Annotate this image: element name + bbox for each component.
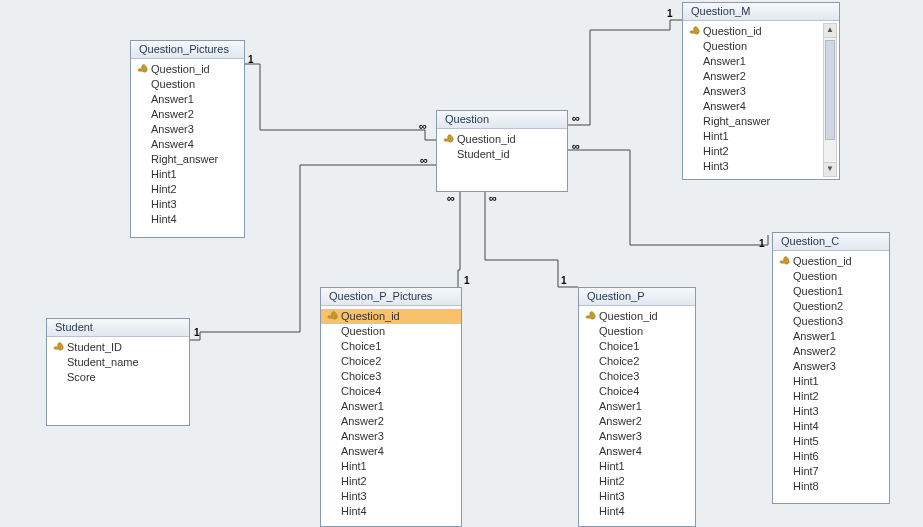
field-row[interactable]: Question_id bbox=[437, 132, 567, 147]
field-row[interactable]: Answer3 bbox=[579, 429, 695, 444]
field-row[interactable]: Student_id bbox=[437, 147, 567, 162]
field-name: Answer4 bbox=[703, 99, 818, 114]
field-row[interactable]: Hint1 bbox=[773, 374, 889, 389]
field-row[interactable]: Hint2 bbox=[683, 144, 824, 159]
field-row[interactable]: Hint1 bbox=[579, 459, 695, 474]
field-row[interactable]: Answer2 bbox=[321, 414, 461, 429]
field-row[interactable]: Answer1 bbox=[773, 329, 889, 344]
field-row[interactable]: Hint2 bbox=[321, 474, 461, 489]
field-row[interactable]: Answer3 bbox=[131, 122, 244, 137]
field-row[interactable]: Choice4 bbox=[321, 384, 461, 399]
field-row[interactable]: Question1 bbox=[773, 284, 889, 299]
scroll-up-icon[interactable]: ▲ bbox=[824, 24, 836, 38]
field-row[interactable]: Answer3 bbox=[321, 429, 461, 444]
scrollbar[interactable]: ▲ ▼ bbox=[823, 23, 837, 177]
field-row[interactable]: Hint6 bbox=[773, 449, 889, 464]
field-row[interactable]: Hint5 bbox=[773, 434, 889, 449]
field-row[interactable]: Question bbox=[683, 39, 824, 54]
field-row[interactable]: Question3 bbox=[773, 314, 889, 329]
field-name: Hint4 bbox=[151, 212, 238, 227]
table-title[interactable]: Question bbox=[437, 111, 567, 129]
field-row[interactable]: Answer4 bbox=[683, 99, 824, 114]
field-row[interactable]: Choice4 bbox=[579, 384, 695, 399]
key-icon bbox=[584, 309, 598, 323]
field-row[interactable]: Question_id bbox=[321, 309, 461, 324]
field-row[interactable]: Answer3 bbox=[773, 359, 889, 374]
table-title[interactable]: Student bbox=[47, 319, 189, 337]
table-student[interactable]: Student Student_IDStudent_nameScore bbox=[46, 318, 190, 426]
field-row[interactable]: Answer4 bbox=[321, 444, 461, 459]
field-row[interactable]: Question_id bbox=[773, 254, 889, 269]
scroll-thumb[interactable] bbox=[825, 40, 835, 140]
field-row[interactable]: Hint2 bbox=[773, 389, 889, 404]
field-row[interactable]: Right_answer bbox=[683, 114, 824, 129]
field-row[interactable]: Hint7 bbox=[773, 464, 889, 479]
field-row[interactable]: Hint2 bbox=[579, 474, 695, 489]
field-row[interactable]: Choice1 bbox=[321, 339, 461, 354]
field-row[interactable]: Answer1 bbox=[321, 399, 461, 414]
field-row[interactable]: Answer3 bbox=[683, 84, 824, 99]
field-row[interactable]: Question_id bbox=[131, 62, 244, 77]
field-name: Hint2 bbox=[703, 144, 818, 159]
table-question[interactable]: Question Question_idStudent_id bbox=[436, 110, 568, 192]
table-question-c[interactable]: Question_C Question_idQuestionQuestion1Q… bbox=[772, 232, 890, 504]
field-name: Hint3 bbox=[151, 197, 238, 212]
table-question-p-pictures[interactable]: Question_P_Pictures Question_idQuestionC… bbox=[320, 287, 462, 527]
field-row[interactable]: Hint3 bbox=[579, 489, 695, 504]
scroll-down-icon[interactable]: ▼ bbox=[824, 162, 836, 176]
field-row[interactable]: Question bbox=[131, 77, 244, 92]
table-title[interactable]: Question_P bbox=[579, 288, 695, 306]
field-row[interactable]: Hint1 bbox=[321, 459, 461, 474]
field-row[interactable]: Choice2 bbox=[579, 354, 695, 369]
field-name: Right_answer bbox=[703, 114, 818, 129]
table-title[interactable]: Question_Pictures bbox=[131, 41, 244, 59]
field-row[interactable]: Choice3 bbox=[579, 369, 695, 384]
field-row[interactable]: Answer2 bbox=[683, 69, 824, 84]
field-row[interactable]: Right_answer bbox=[131, 152, 244, 167]
field-row[interactable]: Choice2 bbox=[321, 354, 461, 369]
field-row[interactable]: Choice1 bbox=[579, 339, 695, 354]
field-row[interactable]: Question bbox=[773, 269, 889, 284]
rel-label-one: 1 bbox=[667, 8, 673, 19]
field-row[interactable]: Answer2 bbox=[579, 414, 695, 429]
field-row[interactable]: Answer4 bbox=[131, 137, 244, 152]
field-row[interactable]: Student_ID bbox=[47, 340, 189, 355]
field-row[interactable]: Student_name bbox=[47, 355, 189, 370]
field-row[interactable]: Hint3 bbox=[683, 159, 824, 174]
field-row[interactable]: Question_id bbox=[683, 24, 824, 39]
field-row[interactable]: Question bbox=[579, 324, 695, 339]
field-row[interactable]: Answer1 bbox=[683, 54, 824, 69]
table-question-p[interactable]: Question_P Question_idQuestionChoice1Cho… bbox=[578, 287, 696, 527]
field-row[interactable]: Hint4 bbox=[321, 504, 461, 519]
field-row[interactable]: Hint1 bbox=[683, 129, 824, 144]
table-title[interactable]: Question_C bbox=[773, 233, 889, 251]
field-row[interactable]: Hint1 bbox=[131, 167, 244, 182]
field-row[interactable]: Hint4 bbox=[579, 504, 695, 519]
table-question-pictures[interactable]: Question_Pictures Question_idQuestionAns… bbox=[130, 40, 245, 238]
field-name: Hint4 bbox=[599, 504, 689, 519]
pk-indicator bbox=[135, 65, 151, 75]
field-row[interactable]: Hint8 bbox=[773, 479, 889, 494]
field-row[interactable]: Answer1 bbox=[131, 92, 244, 107]
field-row[interactable]: Hint2 bbox=[131, 182, 244, 197]
field-row[interactable]: Hint4 bbox=[131, 212, 244, 227]
field-row[interactable]: Answer4 bbox=[579, 444, 695, 459]
field-name: Answer1 bbox=[599, 399, 689, 414]
field-row[interactable]: Hint3 bbox=[131, 197, 244, 212]
field-row[interactable]: Hint4 bbox=[773, 419, 889, 434]
table-title[interactable]: Question_P_Pictures bbox=[321, 288, 461, 306]
field-row[interactable]: Question bbox=[321, 324, 461, 339]
field-row[interactable]: Choice3 bbox=[321, 369, 461, 384]
table-title[interactable]: Question_M bbox=[683, 3, 839, 21]
field-row[interactable]: Question2 bbox=[773, 299, 889, 314]
table-body: Question_idQuestionAnswer1Answer2Answer3… bbox=[683, 21, 839, 179]
field-row[interactable]: Answer1 bbox=[579, 399, 695, 414]
field-row[interactable]: Score bbox=[47, 370, 189, 385]
field-row[interactable]: Hint3 bbox=[321, 489, 461, 504]
field-row[interactable]: Answer2 bbox=[773, 344, 889, 359]
field-row[interactable]: Hint3 bbox=[773, 404, 889, 419]
field-row[interactable]: Answer2 bbox=[131, 107, 244, 122]
key-icon bbox=[326, 309, 340, 323]
field-row[interactable]: Question_id bbox=[579, 309, 695, 324]
table-question-m[interactable]: Question_M Question_idQuestionAnswer1Ans… bbox=[682, 2, 840, 180]
